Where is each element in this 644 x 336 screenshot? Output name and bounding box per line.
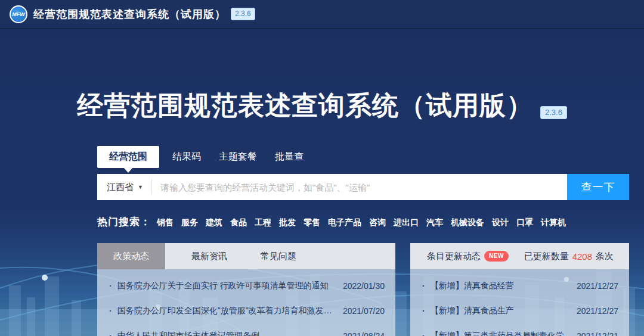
update-item-title: 【新增】清真食品生产 (431, 306, 569, 316)
hot-keyword-import-export[interactable]: 进出口 (394, 217, 419, 228)
hot-keyword-retail[interactable]: 零售 (304, 217, 320, 228)
news-item-date: 2022/01/30 (343, 281, 385, 291)
search-input[interactable] (160, 174, 567, 200)
update-item[interactable]: · 【新增】清真食品经营 2021/12/27 (410, 273, 629, 298)
updates-panel-title-group: 条目更新动态 NEW (427, 251, 509, 262)
hot-search: 热门搜索： 销售 服务 建筑 食品 工程 批发 零售 电子产品 咨询 进出口 汽… (97, 215, 574, 229)
news-item-date: 2021/07/20 (343, 306, 385, 316)
update-item-date: 2021/12/21 (577, 331, 618, 336)
hot-keyword-construction[interactable]: 建筑 (206, 217, 222, 228)
bottom-panels: 政策动态 最新资讯 常见问题 · 国务院办公厅关于全面实行 行政许可事项清单管理… (97, 243, 629, 336)
hot-keyword-sales[interactable]: 销售 (157, 217, 174, 228)
news-panel: 政策动态 最新资讯 常见问题 · 国务院办公厅关于全面实行 行政许可事项清单管理… (97, 243, 395, 336)
news-tab-latest[interactable]: 最新资讯 (184, 243, 234, 269)
updates-panel-header: 条目更新动态 NEW 已更新数量 4208 条次 (410, 243, 629, 269)
topbar-title: 经营范围规范表述查询系统（试用版） (33, 7, 226, 21)
hot-keyword-electronics[interactable]: 电子产品 (328, 217, 361, 228)
news-tab-faq[interactable]: 常见问题 (253, 243, 304, 269)
news-item-title: 国务院办公厅关于全面实行 行政许可事项清单管理的通知 (117, 281, 336, 291)
region-select-value: 江西省 (107, 182, 134, 193)
topbar-version-badge: 2.3.6 (231, 8, 255, 20)
news-item[interactable]: · 国务院办公厅印发全国深化"放管服"改革着力培育和激发市场 2021/07/2… (97, 298, 395, 323)
hot-keyword-computer[interactable]: 计算机 (541, 217, 566, 228)
hot-keyword-wholesale[interactable]: 批发 (279, 217, 296, 228)
new-badge: NEW (484, 251, 509, 262)
main-tabs: 经营范围 结果码 主题套餐 批量查 (97, 146, 321, 168)
bullet-icon: · (422, 306, 425, 316)
update-item-date: 2021/12/27 (577, 281, 618, 291)
search-button[interactable]: 查一下 (567, 174, 629, 200)
updates-count-group: 已更新数量 4208 条次 (524, 251, 614, 262)
region-select[interactable]: 江西省 ▼ (97, 182, 151, 193)
bullet-icon: · (109, 306, 112, 316)
hot-keyword-automobile[interactable]: 汽车 (426, 217, 443, 228)
news-item-title: 中华人民共和国市场主体登记管理条例 (117, 331, 336, 336)
chevron-down-icon: ▼ (138, 184, 143, 190)
tab-theme-package[interactable]: 主题套餐 (219, 146, 257, 168)
update-item[interactable]: · 【新增】清真食品生产 2021/12/27 (410, 298, 629, 323)
logo-text: MFW (12, 11, 25, 17)
news-panel-header: 政策动态 最新资讯 常见问题 (97, 243, 395, 269)
updates-panel-title: 条目更新动态 (427, 251, 481, 262)
news-list: · 国务院办公厅关于全面实行 行政许可事项清单管理的通知 2022/01/30 … (97, 269, 395, 336)
news-item[interactable]: · 中华人民共和国市场主体登记管理条例 2021/08/24 (97, 323, 395, 336)
news-item-title: 国务院办公厅印发全国深化"放管服"改革着力培育和激发市场 (117, 306, 336, 316)
update-item[interactable]: · 【新增】第三类非药品类易制毒化学 2021/12/21 (410, 323, 629, 336)
update-item-title: 【新增】第三类非药品类易制毒化学 (431, 331, 569, 336)
topbar: MFW 经营范围规范表述查询系统（试用版） 2.3.6 (0, 0, 644, 29)
hot-keyword-service[interactable]: 服务 (181, 217, 198, 228)
bullet-icon: · (422, 281, 425, 291)
tab-result-code[interactable]: 结果码 (172, 146, 201, 168)
hot-keyword-machinery[interactable]: 机械设备 (451, 217, 484, 228)
hot-keyword-mask[interactable]: 口罩 (516, 217, 533, 228)
news-item[interactable]: · 国务院办公厅关于全面实行 行政许可事项清单管理的通知 2022/01/30 (97, 273, 395, 298)
update-item-title: 【新增】清真食品经营 (431, 281, 569, 291)
updates-count-value: 4208 (572, 251, 592, 262)
tab-business-scope[interactable]: 经营范围 (97, 146, 159, 168)
hot-search-label: 热门搜索： (97, 215, 151, 229)
hot-keyword-engineering[interactable]: 工程 (255, 217, 271, 228)
bullet-icon: · (109, 281, 112, 291)
update-item-date: 2021/12/27 (577, 306, 618, 316)
divider (151, 179, 152, 195)
updates-count-label: 已更新数量 (524, 251, 569, 262)
search-bar: 江西省 ▼ 查一下 (97, 174, 629, 200)
hero-title: 经营范围规范表述查询系统（试用版） (77, 88, 533, 123)
updates-count-unit: 条次 (596, 251, 614, 262)
hero-version-badge: 2.3.6 (540, 106, 567, 119)
hot-keyword-consulting[interactable]: 咨询 (369, 217, 386, 228)
bullet-icon: · (109, 331, 112, 336)
news-item-date: 2021/08/24 (343, 331, 385, 336)
page: MFW 经营范围规范表述查询系统（试用版） 2.3.6 经营范围规范表述查询系统… (0, 0, 644, 336)
search-box: 江西省 ▼ (97, 174, 567, 200)
updates-panel: 条目更新动态 NEW 已更新数量 4208 条次 · 【新增】清真食品经营 20… (410, 243, 629, 336)
hero: 经营范围规范表述查询系统（试用版） 2.3.6 (0, 88, 644, 123)
updates-list: · 【新增】清真食品经营 2021/12/27 · 【新增】清真食品生产 202… (410, 269, 629, 336)
tab-batch-query[interactable]: 批量查 (275, 146, 304, 168)
app-logo-icon: MFW (10, 5, 27, 23)
bullet-icon: · (422, 331, 425, 336)
hot-keyword-design[interactable]: 设计 (492, 217, 509, 228)
news-tab-policy[interactable]: 政策动态 (97, 243, 165, 269)
hot-keyword-food[interactable]: 食品 (230, 217, 247, 228)
